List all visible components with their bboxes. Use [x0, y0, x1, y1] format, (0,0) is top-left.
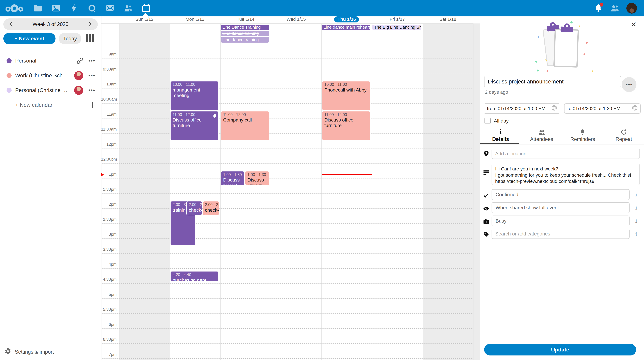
plus-icon[interactable] — [90, 102, 95, 108]
hour-gridline — [101, 171, 473, 171]
weekend-shading — [422, 23, 480, 360]
time-axis-label: 3:30pm — [101, 247, 116, 252]
status-select[interactable]: Confirmed — [492, 189, 630, 200]
quarter-gridline — [101, 103, 473, 104]
timed-event[interactable]: 4:20 - 4:40purchasing dept — [170, 271, 219, 281]
start-datetime-field[interactable]: from 01/14/2020 at 1:00 PM — [484, 103, 560, 114]
hour-gridline — [101, 96, 473, 96]
quarter-gridline — [101, 178, 473, 178]
hour-gridline — [101, 351, 473, 351]
time-axis-label: 10:30am — [101, 97, 116, 102]
all-day-toggle[interactable]: All day — [484, 118, 509, 124]
tab-reminders[interactable]: Reminders — [562, 128, 603, 144]
calendar-menu-icon[interactable]: ••• — [88, 58, 95, 64]
talk-app-icon[interactable] — [87, 3, 97, 13]
allday-event[interactable]: The Big Line Dancing Show — [372, 25, 421, 30]
new-event-button[interactable]: + New event — [3, 33, 56, 44]
day-header[interactable]: Mon 1/13 — [170, 17, 220, 23]
info-icon[interactable]: i — [634, 205, 638, 211]
timed-event[interactable]: 2:00 - 2:30check-in — [186, 201, 202, 215]
timed-event[interactable]: 1:00 - 1:30Discuss project announcement — [221, 171, 244, 185]
close-icon[interactable]: ✕ — [628, 20, 639, 28]
day-header[interactable]: Sat 1/18 — [422, 17, 473, 23]
timed-event[interactable]: 10:00 - 11:00Phonecall with Abby — [322, 81, 370, 110]
day-header[interactable]: Tue 1/14 — [220, 17, 271, 23]
event-editor-panel: ✕ ••• 2 days ago from 01/14/2020 at 1:00… — [480, 16, 644, 360]
new-calendar-item[interactable]: + New calendar — [0, 99, 101, 111]
day-header[interactable]: Wed 1/15 — [271, 17, 322, 23]
event-actions-menu-icon[interactable]: ••• — [622, 77, 636, 92]
tab-label: Attendees — [530, 136, 553, 142]
today-button[interactable]: Today — [59, 33, 81, 44]
tab-repeat[interactable]: Repeat — [603, 128, 644, 144]
calendar-menu-icon[interactable]: ••• — [88, 72, 95, 79]
info-icon[interactable]: i — [634, 231, 638, 237]
notification-badge — [600, 3, 604, 6]
user-avatar[interactable] — [626, 3, 637, 13]
end-datetime-field[interactable]: to 01/14/2020 at 1:30 PM — [564, 103, 641, 114]
event-time-label: 11:00 - 12:00 — [223, 112, 267, 117]
timed-event[interactable]: 2:00 - 2:30check-in — [202, 201, 219, 215]
day-header[interactable]: Fri 1/17 — [372, 17, 422, 23]
timed-event[interactable]: 11:00 - 12:00Company call — [221, 111, 269, 140]
event-title-input[interactable] — [484, 76, 621, 87]
tab-details[interactable]: i Details — [480, 128, 521, 144]
allday-event[interactable]: Line Dance Training — [221, 25, 269, 30]
tab-attendees[interactable]: Attendees — [521, 128, 562, 144]
calendar-list-item[interactable]: Personal••• — [0, 55, 101, 67]
time-axis-label: 9:30am — [101, 67, 116, 71]
share-link-icon[interactable] — [77, 58, 83, 64]
header-divider — [101, 23, 473, 24]
mail-app-icon[interactable] — [105, 3, 115, 13]
event-title-label: management meeting — [172, 87, 217, 98]
update-button[interactable]: Update — [484, 344, 636, 356]
repeat-icon — [621, 129, 626, 135]
next-week-button[interactable] — [82, 18, 98, 30]
timed-event[interactable]: 11:00 - 12:00Discuss office furniture — [322, 111, 370, 140]
view-mode-icon[interactable] — [86, 34, 95, 43]
files-app-icon[interactable] — [33, 3, 43, 13]
info-icon[interactable]: i — [634, 192, 638, 198]
allday-event[interactable]: Line dance training — [221, 31, 269, 36]
calendar-list-item[interactable]: Personal (Christine Scho…••• — [0, 84, 101, 96]
timed-event[interactable]: 10:00 - 11:00management meeting — [170, 81, 219, 110]
nextcloud-logo-icon[interactable] — [5, 3, 24, 13]
visibility-select[interactable]: When shared show full event — [492, 202, 630, 213]
day-header[interactable]: Sun 1/12 — [119, 17, 170, 23]
timezone-globe-icon[interactable] — [632, 105, 638, 112]
calendar-menu-icon[interactable]: ••• — [88, 87, 95, 93]
tab-label: Repeat — [616, 136, 632, 142]
calendar-app-icon[interactable] — [141, 3, 151, 13]
timed-event[interactable]: 11:00 - 12:00Discuss office furniture — [170, 111, 219, 140]
editor-tabs: i Details Attendees Reminders Repeat — [480, 128, 644, 144]
allday-event[interactable]: Line dance training — [221, 37, 269, 42]
timed-event[interactable]: 1:00 - 1:30Discuss project — [245, 171, 269, 185]
quarter-gridline — [101, 223, 473, 224]
week-label[interactable]: Week 3 of 2020 — [19, 18, 82, 30]
time-axis-label: 6pm — [101, 322, 116, 327]
start-datetime-value: from 01/14/2020 at 1:00 PM — [487, 106, 546, 111]
calendar-list-item[interactable]: Work (Christine Schott)••• — [0, 69, 101, 82]
photos-app-icon[interactable] — [51, 3, 61, 13]
tab-divider — [480, 144, 644, 144]
contacts-menu-icon[interactable] — [610, 3, 620, 13]
day-header[interactable]: Thu 1/16 — [321, 17, 372, 23]
categories-input[interactable] — [492, 229, 630, 239]
settings-import[interactable]: Settings & import — [5, 348, 54, 356]
freebusy-select[interactable]: Busy — [492, 216, 630, 226]
time-axis-label: 10am — [101, 82, 116, 86]
time-axis-label: 3pm — [101, 232, 116, 237]
allday-event[interactable]: Line dance main rehearsal — [322, 25, 370, 30]
activity-app-icon[interactable] — [69, 3, 79, 13]
time-axis-label: 2pm — [101, 202, 116, 207]
previous-week-button[interactable] — [3, 18, 19, 30]
timezone-globe-icon[interactable] — [552, 105, 557, 112]
info-icon[interactable]: i — [634, 218, 638, 224]
location-input[interactable] — [492, 149, 640, 159]
all-day-checkbox[interactable] — [484, 118, 490, 124]
time-axis-label: 11am — [101, 112, 116, 117]
contacts-app-icon[interactable] — [123, 3, 133, 13]
hour-gridline — [101, 231, 473, 231]
description-textarea[interactable]: Hi Carl! are you in next week? I got som… — [492, 164, 640, 185]
notifications-bell-icon[interactable] — [593, 3, 604, 13]
